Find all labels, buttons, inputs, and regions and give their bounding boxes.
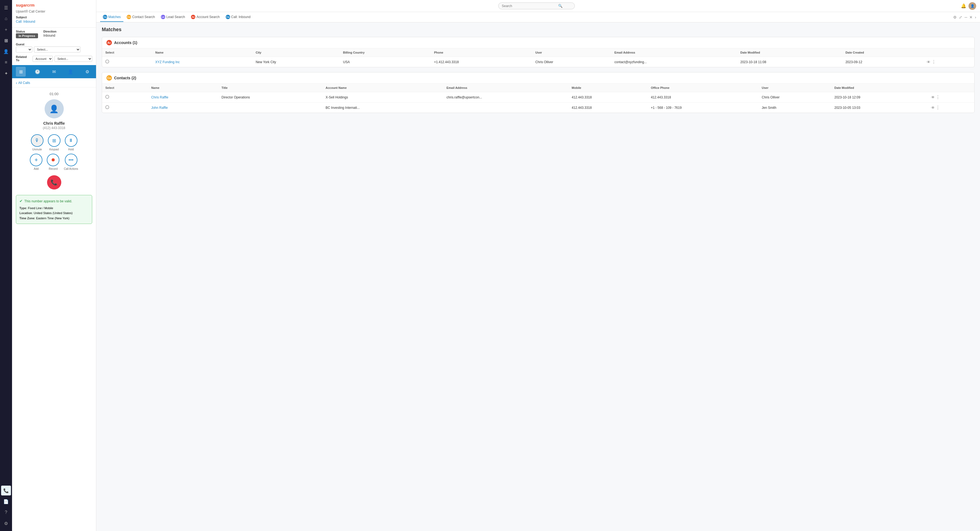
sidebar-tab-clock-icon[interactable]: 🕐 [33, 67, 42, 76]
caller-name: Chris Raffle [43, 121, 65, 125]
info-location: Location: United States (United States) [19, 211, 89, 216]
all-calls-label: All Calls [18, 81, 30, 85]
select-cell[interactable] [102, 103, 148, 113]
record-label: Record [49, 167, 57, 170]
nav-home-icon[interactable]: ⌂ [1, 14, 11, 24]
top-bar: 🔍 🔔 👤 [96, 0, 980, 12]
nav-person-icon[interactable]: 👤 [1, 46, 11, 56]
view-icon[interactable]: 👁 [927, 60, 931, 64]
add-button[interactable]: + Add [30, 154, 42, 170]
related-value-select[interactable]: Select... [54, 56, 92, 62]
nav-question-icon[interactable]: ? [1, 507, 11, 517]
sidebar-tab-grid-icon[interactable]: ⊞ [16, 67, 26, 76]
radio-button[interactable] [105, 60, 109, 63]
unmute-button[interactable]: 🎙 Unmute [31, 134, 43, 151]
tab-matches[interactable]: Ca Matches [100, 13, 123, 22]
search-input[interactable] [502, 4, 557, 8]
sidebar: sugarcrm Upsert® Call Center Subject Cal… [12, 0, 96, 531]
select-cell[interactable] [102, 57, 152, 67]
nav-rail: ☰ ⌂ ＋ ⊞ 👤 ≡ ✦ 📞 📄 ? ⚙ [0, 0, 12, 531]
tab-call-inbound-label: Call: Inbound [231, 15, 251, 19]
name-cell: Chris Raffle [148, 92, 218, 103]
nav-plus-icon[interactable]: ＋ [1, 25, 11, 35]
notification-icon[interactable]: 🔔 [961, 3, 966, 8]
status-label: Status [16, 30, 38, 33]
keypad-button[interactable]: ⊞ Keypad [48, 134, 60, 151]
right-panel: 🔍 🔔 👤 Ca Matches Co Contact Search Le Le… [96, 0, 980, 531]
guest-type-select[interactable] [16, 46, 32, 52]
tabs-minimize-icon[interactable]: ─ [964, 15, 967, 19]
info-timezone: Time Zone: Eastern Time (New York) [19, 216, 89, 221]
date-modified-cell: 2023-10-18 11:08 [737, 57, 842, 67]
sidebar-tab-icons: ⊞ 🕐 ✉ 👤 ⚙ [12, 65, 96, 78]
tabs-collapse-icon[interactable]: › [975, 15, 976, 19]
office-phone-cell: 412.443.3318 [648, 92, 758, 103]
caller-phone: (412) 443-3318 [43, 126, 65, 130]
tab-account-search-badge: Ac [191, 15, 195, 19]
user-avatar[interactable]: 👤 [969, 2, 976, 10]
accounts-table: Select Name City Billing Country Phone U… [102, 48, 974, 67]
more-icon[interactable]: ⋮ [932, 60, 936, 64]
tab-matches-label: Matches [108, 15, 121, 19]
title-cell [218, 103, 322, 113]
billing-country-cell: USA [340, 57, 431, 67]
guest-value-select[interactable]: Select... [34, 46, 80, 52]
record-button[interactable]: ⏺ Record [47, 154, 59, 170]
col-actions [928, 84, 974, 92]
tab-account-search[interactable]: Ac Account Search [188, 13, 223, 22]
nav-list-icon[interactable]: ≡ [1, 57, 11, 67]
view-icon[interactable]: 👁 [931, 95, 935, 100]
nav-star-icon[interactable]: ✦ [1, 68, 11, 78]
direction-label: Direction [43, 30, 57, 33]
more-icon[interactable]: ⋮ [935, 105, 940, 110]
select-cell[interactable] [102, 92, 148, 103]
logo-text: sugarcrm [16, 3, 35, 7]
col-email: Email Address [611, 48, 737, 57]
call-timer: 01:00 [49, 92, 59, 96]
search-bar[interactable]: 🔍 [498, 2, 575, 9]
hangup-button[interactable]: 📞 [47, 175, 61, 190]
related-to-label: Related To [16, 55, 31, 62]
col-select: Select [102, 48, 152, 57]
add-label: Add [33, 167, 38, 170]
nav-settings-icon[interactable]: ⚙ [1, 518, 11, 528]
sidebar-tab-user-icon[interactable]: 👤 [66, 67, 75, 76]
accounts-title: Accounts (1) [114, 40, 137, 45]
email-cell: contact@xyzfunding... [611, 57, 737, 67]
subject-value[interactable]: Call: Inbound [16, 20, 35, 24]
keypad-label: Keypad [49, 148, 59, 151]
col-date-created: Date Created [842, 48, 923, 57]
avatar: 👤 [45, 99, 64, 118]
call-actions-button[interactable]: ••• Call Actions [64, 154, 78, 170]
info-type: Type: Fixed Line / Mobile [19, 206, 89, 211]
more-icon[interactable]: ⋮ [935, 95, 940, 100]
date-created-cell: 2023-09-12 [842, 57, 923, 67]
nav-phone-icon[interactable]: 📞 [1, 486, 11, 495]
radio-button[interactable] [105, 95, 109, 99]
all-calls-nav[interactable]: ‹ All Calls [12, 78, 96, 87]
mobile-cell: 412.443.3318 [568, 92, 648, 103]
hold-button[interactable]: ⏸ Hold [65, 134, 78, 151]
subject-label: Subject [16, 16, 92, 19]
sidebar-tab-email-icon[interactable]: ✉ [49, 67, 59, 76]
related-to-row: Related To Account Select... [12, 55, 96, 62]
nav-hamburger-icon[interactable]: ☰ [1, 3, 11, 13]
tab-call-inbound[interactable]: Ca Call: Inbound [223, 13, 253, 22]
tab-lead-search[interactable]: Le Lead Search [158, 13, 188, 22]
hold-label: Hold [68, 148, 74, 151]
nav-doc-icon[interactable]: 📄 [1, 496, 11, 506]
tabs-expand-icon[interactable]: ⤢ [959, 15, 962, 19]
view-icon[interactable]: 👁 [931, 106, 935, 110]
keypad-icon-circle: ⊞ [48, 134, 60, 147]
subject-field: Subject Call: Inbound [16, 16, 92, 24]
tabs-settings-icon[interactable]: ⚙ [953, 15, 957, 19]
related-type-select[interactable]: Account [33, 56, 53, 62]
tab-contact-search[interactable]: Co Contact Search [124, 13, 158, 22]
radio-button[interactable] [105, 105, 109, 109]
user-cell: Chris Olliver [758, 92, 831, 103]
account-name-cell: X-Sell Holdings [322, 92, 443, 103]
sidebar-tab-settings-icon[interactable]: ⚙ [82, 67, 92, 76]
call-center-title: Upsert® Call Center [16, 10, 92, 13]
nav-grid-icon[interactable]: ⊞ [1, 36, 11, 45]
tabs-close-icon[interactable]: ✕ [969, 15, 973, 19]
